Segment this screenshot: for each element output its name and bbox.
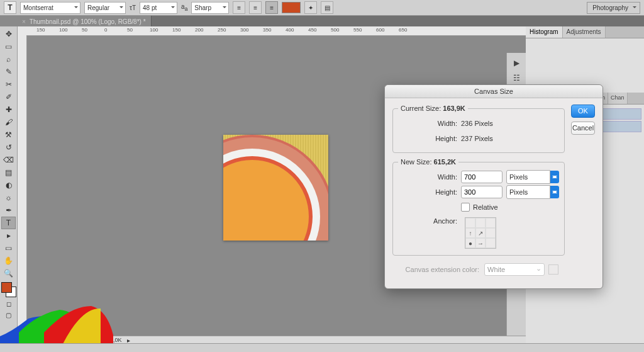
blur-tool[interactable]: ◐ (1, 179, 16, 191)
lasso-tool[interactable]: ⌕ (1, 53, 16, 65)
font-size-icon: τT (130, 4, 136, 11)
width-input[interactable] (461, 171, 502, 183)
fg-color-swatch[interactable] (1, 282, 12, 293)
text-color-swatch[interactable] (282, 2, 301, 13)
new-width-label: Width: (398, 173, 461, 181)
eraser-tool[interactable]: ⌫ (1, 154, 16, 166)
type-tool[interactable]: T (1, 217, 16, 229)
tab-channels-2[interactable]: Chan (608, 93, 628, 104)
font-size-select[interactable]: 48 pt (140, 2, 177, 14)
height-input[interactable] (461, 186, 502, 198)
ruler-origin[interactable] (18, 26, 27, 36)
width-unit-select[interactable]: Pixels (506, 170, 550, 184)
history-brush-tool[interactable]: ↺ (1, 141, 16, 154)
canvas-image (223, 135, 328, 241)
relative-label: Relative (473, 203, 498, 211)
dialog-title: Canvas Size (385, 85, 602, 98)
workspace-select[interactable]: Photography (587, 2, 640, 14)
relative-checkbox[interactable] (461, 203, 470, 212)
eyedropper-tool[interactable]: ✐ (1, 91, 16, 103)
extension-color-select: White (484, 263, 545, 276)
new-size-group: New Size: 615,2K Width: Pixels Height: P… (392, 158, 565, 256)
font-family-select[interactable]: Montserrat (20, 2, 80, 14)
anchor-label: Anchor: (398, 217, 461, 225)
current-height-label: Height: (398, 135, 461, 142)
histogram-graph (0, 300, 113, 344)
current-size-group: Current Size: 163,9K Width: 236 Pixels H… (392, 105, 565, 153)
font-style-select[interactable]: Regular (84, 2, 126, 14)
tool-preset-icon[interactable]: T (4, 1, 16, 14)
swatches-icon[interactable]: ☷ (510, 72, 523, 84)
height-unit-select[interactable]: Pixels (506, 185, 550, 199)
top-panel-tabs: Histogram Adjustments (526, 26, 644, 38)
hand-tool[interactable]: ✋ (1, 254, 16, 267)
tab-histogram[interactable]: Histogram (526, 26, 563, 38)
document-tab-title: Thumbnail.psd @ 100% (Logo, RGB/8*) * (30, 18, 146, 25)
toolbox: ✥ ▭ ⌕ ✎ ✂ ✐ ✚ 🖌 ⚒ ↺ ⌫ ▤ ◐ ☼ ✒ T ▸ ▭ ✋ 🔍 … (0, 26, 18, 344)
align-left-button[interactable]: ≡ (233, 1, 245, 14)
close-tab-icon[interactable]: × (22, 18, 26, 25)
shape-tool[interactable]: ▭ (1, 242, 16, 254)
play-icon[interactable]: ▶ (510, 57, 523, 69)
warp-text-button[interactable]: ✦ (304, 1, 317, 14)
ok-button[interactable]: OK (571, 105, 595, 118)
cancel-button[interactable]: Cancel (571, 122, 595, 135)
marquee-tool[interactable]: ▭ (1, 40, 16, 53)
tab-adjustments[interactable]: Adjustments (563, 26, 606, 38)
healing-tool[interactable]: ✚ (1, 103, 16, 116)
width-unit-stepper[interactable] (550, 171, 559, 183)
move-tool[interactable]: ✥ (1, 28, 16, 40)
horizontal-ruler[interactable]: 150 100 50 0 50 100 150 200 250 300 350 … (26, 26, 526, 36)
antialias-icon: aa (181, 3, 187, 12)
quick-select-tool[interactable]: ✎ (1, 65, 16, 78)
status-bar (0, 343, 644, 352)
zoom-tool[interactable]: 🔍 (1, 267, 16, 280)
char-panel-button[interactable]: ▤ (321, 1, 333, 14)
options-bar: T Montserrat Regular τT 48 pt aa Sharp ≡… (0, 0, 644, 16)
align-right-button[interactable]: ≡ (265, 1, 278, 14)
brush-tool[interactable]: 🖌 (1, 116, 16, 128)
document-tab[interactable]: × Thumbnail.psd @ 100% (Logo, RGB/8*) * (17, 16, 152, 27)
current-width-value: 236 Pixels (461, 120, 493, 127)
pen-tool[interactable]: ✒ (1, 204, 16, 217)
current-width-label: Width: (398, 120, 461, 127)
gradient-tool[interactable]: ▤ (1, 166, 16, 179)
info-chevron-icon[interactable]: ▸ (127, 337, 130, 344)
align-center-button[interactable]: ≡ (249, 1, 262, 14)
app-root: T Montserrat Regular τT 48 pt aa Sharp ≡… (0, 0, 644, 352)
antialias-select[interactable]: Sharp (191, 2, 229, 14)
new-height-label: Height: (398, 188, 461, 196)
anchor-grid[interactable]: ↑↗ ●→ (465, 217, 496, 249)
stamp-tool[interactable]: ⚒ (1, 128, 16, 141)
height-unit-stepper[interactable] (550, 186, 559, 198)
vertical-ruler[interactable] (18, 35, 27, 336)
fg-bg-colors[interactable] (1, 282, 16, 297)
current-height-value: 237 Pixels (461, 135, 493, 142)
dodge-tool[interactable]: ☼ (1, 191, 16, 204)
extension-color-label: Canvas extension color: (397, 266, 484, 273)
path-select-tool[interactable]: ▸ (1, 229, 16, 242)
document-tab-bar: × Thumbnail.psd @ 100% (Logo, RGB/8*) * (17, 16, 644, 27)
crop-tool[interactable]: ✂ (1, 78, 16, 91)
extension-color-swatch (548, 264, 558, 275)
canvas-size-dialog: Canvas Size Current Size: 163,9K Width: … (384, 84, 603, 289)
